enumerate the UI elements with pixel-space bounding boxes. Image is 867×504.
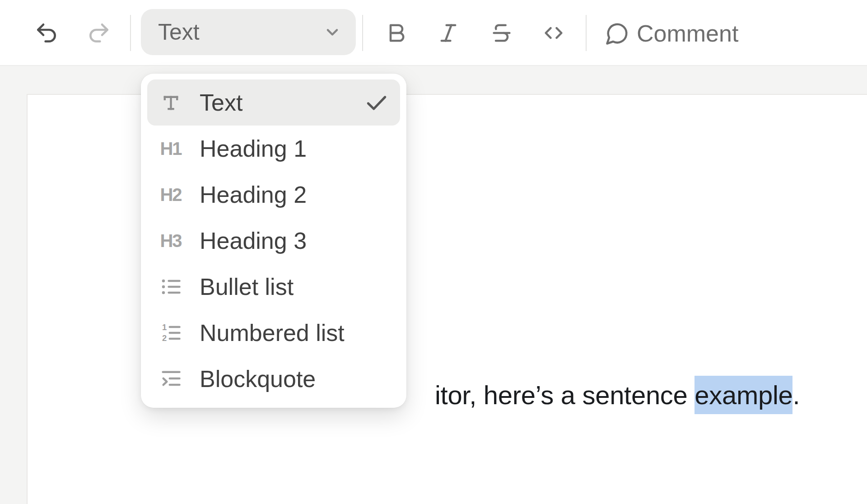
svg-text:2: 2 [162,333,167,343]
menu-item-label: Heading 2 [200,183,307,206]
undo-arrow-icon [34,20,59,46]
redo-arrow-icon [86,20,112,46]
strikethrough-icon [490,21,513,45]
paragraph-text: . [792,380,800,410]
speech-bubble-icon [605,21,629,46]
menu-item-label: Bullet list [200,275,294,299]
menu-item-label: Blockquote [200,367,316,391]
toolbar: Text [0,0,867,66]
menu-item-heading-1[interactable]: H1 Heading 1 [147,126,400,172]
undo-button[interactable] [34,20,59,46]
menu-item-numbered-list[interactable]: 1 2 Numbered list [147,310,400,356]
bullet-list-icon [158,275,183,299]
svg-text:1: 1 [162,322,167,332]
bold-icon [385,21,408,45]
editor-paragraph[interactable]: itor, here’s a sentence example. [435,376,800,415]
italic-button[interactable] [436,20,461,46]
checkmark-icon [364,90,389,115]
menu-item-text[interactable]: Text [147,79,400,126]
menu-item-bullet-list[interactable]: Bullet list [147,264,400,310]
menu-item-label: Heading 3 [200,229,307,252]
menu-item-blockquote[interactable]: Blockquote [147,356,400,402]
menu-item-heading-2[interactable]: H2 Heading 2 [147,172,400,218]
redo-button[interactable] [86,20,112,46]
heading-3-icon: H3 [158,232,183,250]
blockquote-icon [158,367,183,391]
editor-app: Text [0,0,867,504]
menu-item-heading-3[interactable]: H3 Heading 3 [147,218,400,264]
numbered-list-icon: 1 2 [158,321,183,345]
menu-item-label: Numbered list [200,321,345,345]
comment-button-label: Comment [637,22,738,45]
toolbar-divider [586,15,587,51]
selected-text: example [695,376,792,414]
menu-item-label: Text [200,91,242,114]
toolbar-divider [130,15,131,51]
bold-button[interactable] [384,20,409,46]
paragraph-text: itor, here’s a sentence [435,380,695,410]
strikethrough-button[interactable] [489,20,514,46]
chevron-down-icon [322,22,342,42]
heading-1-icon: H1 [158,140,183,158]
menu-item-label: Heading 1 [200,137,307,160]
text-block-icon [158,92,183,113]
heading-2-icon: H2 [158,186,183,204]
block-type-dropdown-button[interactable]: Text [141,9,356,55]
italic-icon [437,21,460,45]
code-brackets-icon [542,21,565,45]
block-type-menu: Text H1 Heading 1 H2 Heading 2 H3 Headin… [141,74,406,408]
block-type-value: Text [158,21,200,43]
comment-button[interactable]: Comment [605,14,738,53]
code-button[interactable] [541,20,566,46]
toolbar-divider [362,15,363,51]
